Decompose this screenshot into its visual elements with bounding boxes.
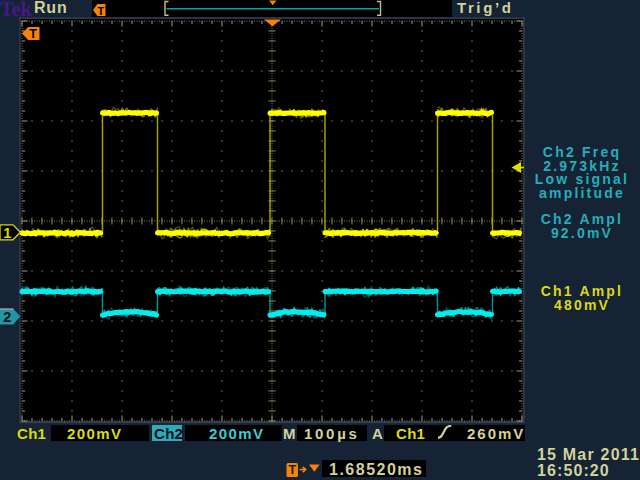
svg-text:1: 1 — [3, 225, 11, 241]
svg-text:2: 2 — [3, 309, 11, 325]
svg-text:T: T — [29, 27, 37, 41]
svg-text:T: T — [288, 463, 296, 477]
svg-text:T: T — [98, 5, 105, 17]
